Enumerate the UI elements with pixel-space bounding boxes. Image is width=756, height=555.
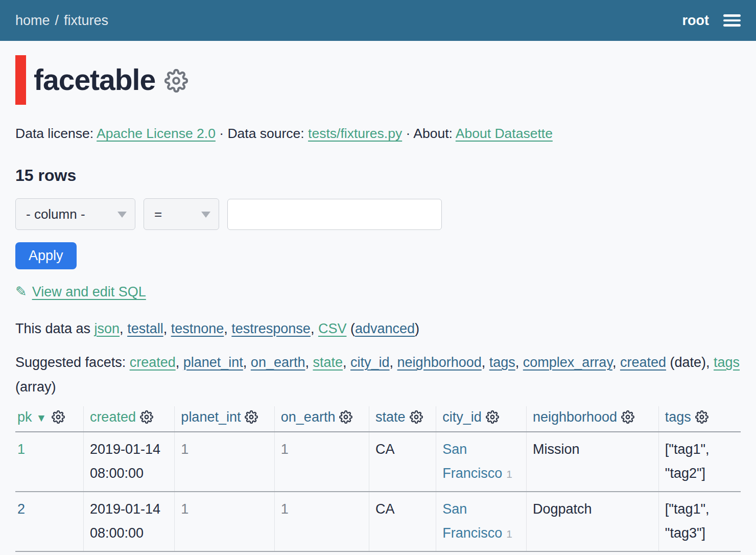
column-cog-icon-city_id[interactable]	[486, 410, 499, 424]
facet-link-tags[interactable]: tags	[714, 355, 740, 370]
metadata-line: Data license: Apache License 2.0 · Data …	[15, 124, 741, 143]
column-sort-link-created[interactable]: created	[90, 409, 136, 425]
cell-pk: 1	[15, 432, 83, 492]
nav-right: root	[682, 13, 741, 29]
cell-pk: 2	[15, 492, 83, 551]
column-cog-icon-pk[interactable]	[52, 410, 65, 424]
license-label: Data license:	[15, 126, 93, 141]
license-link[interactable]: Apache License 2.0	[97, 126, 216, 141]
column-sort-link-neighborhood[interactable]: neighborhood	[533, 409, 617, 425]
breadcrumb-link-fixtures[interactable]: fixtures	[64, 13, 108, 28]
cell-link-pk[interactable]: 2	[17, 501, 25, 517]
sql-link-row: ✎View and edit SQL	[15, 284, 741, 300]
filter-value-input[interactable]	[227, 199, 442, 230]
breadcrumb: home/fixtures	[15, 13, 108, 29]
dot-separator: ·	[406, 126, 411, 141]
breadcrumb-link-home[interactable]: home	[15, 13, 50, 28]
pencil-icon: ✎	[15, 284, 27, 299]
export-link-testnone[interactable]: testnone	[171, 321, 224, 336]
column-header-tags: tags	[658, 406, 741, 432]
column-sort-link-state[interactable]: state	[375, 409, 406, 425]
about-link[interactable]: About Datasette	[456, 126, 553, 141]
export-link-testresponse[interactable]: testresponse	[231, 321, 311, 336]
cell-value: Dogpatch	[533, 501, 592, 517]
cell-value: 2019-01-14 08:00:00	[90, 501, 160, 541]
chevron-down-icon	[201, 212, 210, 218]
cell-value: ["tag1", "tag3"]	[665, 501, 710, 541]
operator-filter-select[interactable]: =	[144, 198, 219, 230]
source-link[interactable]: tests/fixtures.py	[308, 126, 402, 141]
cell-planet_int: 1	[175, 432, 274, 492]
facet-link-complex_array[interactable]: complex_array	[523, 355, 612, 370]
table-row: 22019-01-14 08:00:0011CASan Francisco1Do…	[15, 492, 741, 551]
export-prefix: This data as	[15, 321, 94, 336]
export-links-row: This data as json, testall, testnone, te…	[15, 318, 741, 339]
export-link-testall[interactable]: testall	[127, 321, 163, 336]
data-table: pk▼ created planet_int on_earth state ci…	[15, 406, 741, 552]
cell-created: 2019-01-14 08:00:00	[83, 432, 174, 492]
column-header-on_earth: on_earth	[274, 406, 369, 432]
column-header-pk: pk▼	[15, 406, 83, 432]
about-label: About:	[413, 126, 453, 141]
facet-link-city_id[interactable]: city_id	[350, 355, 390, 370]
facet-link-neighborhood[interactable]: neighborhood	[397, 355, 482, 370]
foreign-key-id: 1	[506, 528, 512, 540]
column-cog-icon-state[interactable]	[410, 410, 423, 424]
top-nav: home/fixtures root	[0, 0, 756, 41]
column-cog-icon-planet_int[interactable]	[245, 410, 258, 424]
column-sort-link-city_id[interactable]: city_id	[442, 409, 482, 425]
export-link-advanced[interactable]: advanced	[355, 321, 415, 336]
facets-prefix: Suggested facets:	[15, 355, 130, 370]
facet-link-on_earth[interactable]: on_earth	[251, 355, 305, 370]
column-sort-link-planet_int[interactable]: planet_int	[181, 409, 241, 425]
filter-row: - column - =	[15, 198, 741, 230]
column-filter-value: - column -	[26, 206, 85, 222]
column-filter-select[interactable]: - column -	[15, 198, 135, 230]
facet-link-created[interactable]: created	[620, 355, 666, 370]
view-edit-sql-link[interactable]: View and edit SQL	[32, 284, 146, 299]
facet-link-tags[interactable]: tags	[489, 355, 515, 370]
column-sort-link-pk[interactable]: pk	[17, 409, 32, 425]
column-cog-icon-on_earth[interactable]	[339, 410, 352, 424]
cell-planet_int: 1	[175, 492, 274, 551]
apply-button[interactable]: Apply	[15, 242, 77, 269]
column-header-planet_int: planet_int	[175, 406, 274, 432]
cell-value: 1	[181, 442, 188, 457]
cell-value: CA	[375, 501, 395, 517]
column-header-city_id: city_id	[436, 406, 527, 432]
column-sort-link-tags[interactable]: tags	[665, 409, 691, 425]
column-header-neighborhood: neighborhood	[526, 406, 658, 432]
breadcrumb-separator: /	[55, 13, 59, 28]
cell-value: 2019-01-14 08:00:00	[90, 442, 160, 481]
cell-on_earth: 1	[274, 492, 369, 551]
table-cog-icon[interactable]	[164, 69, 188, 95]
column-cog-icon-tags[interactable]	[695, 410, 708, 424]
table-cog-icon[interactable]	[164, 69, 188, 92]
suggested-facets-row: Suggested facets: created, planet_int, o…	[15, 350, 741, 399]
cell-value: 1	[281, 501, 289, 517]
facet-link-created[interactable]: created	[130, 355, 176, 370]
cell-neighborhood: Mission	[526, 432, 658, 492]
title-accent-bar	[15, 55, 26, 105]
sort-desc-icon: ▼	[36, 412, 47, 424]
cell-link-pk[interactable]: 1	[17, 442, 25, 457]
cell-link-city_id[interactable]: San Francisco	[442, 501, 502, 541]
cell-value: CA	[375, 442, 395, 457]
facet-link-state[interactable]: state	[313, 355, 343, 370]
hamburger-menu-icon[interactable]	[723, 14, 741, 27]
cell-tags: ["tag1", "tag3"]	[658, 492, 741, 551]
export-link-CSV[interactable]: CSV	[318, 321, 347, 336]
cell-link-city_id[interactable]: San Francisco	[442, 442, 502, 481]
row-count-heading: 15 rows	[15, 166, 741, 185]
column-sort-link-on_earth[interactable]: on_earth	[281, 409, 336, 425]
operator-filter-value: =	[154, 206, 162, 222]
facet-link-planet_int[interactable]: planet_int	[183, 355, 243, 370]
nav-user-label[interactable]: root	[682, 13, 709, 29]
export-link-json[interactable]: json	[94, 321, 120, 336]
page-title-block: facetable	[15, 55, 741, 105]
source-label: Data source:	[227, 126, 304, 141]
foreign-key-id: 1	[506, 468, 512, 480]
column-cog-icon-neighborhood[interactable]	[621, 410, 634, 424]
cell-tags: ["tag1", "tag2"]	[658, 432, 741, 492]
column-cog-icon-created[interactable]	[140, 410, 153, 424]
